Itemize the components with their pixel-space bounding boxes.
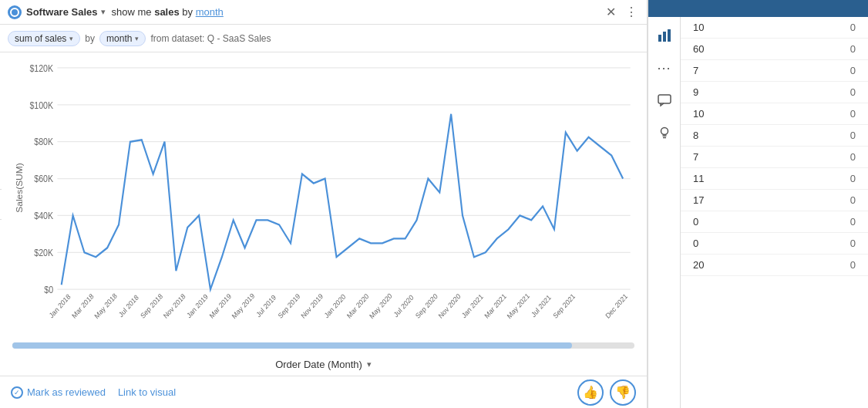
row-right: 0 [850,65,856,76]
svg-text:$120K: $120K [29,63,53,73]
more-button[interactable]: ⋮ [624,3,639,21]
svg-text:$20K: $20K [34,248,53,258]
data-table: 100600709010080701101700000200 [681,17,868,408]
svg-text:Jan 2018: Jan 2018 [48,292,72,319]
svg-text:$60K: $60K [34,174,53,184]
svg-text:Jul 2020: Jul 2020 [392,293,415,319]
table-row: 70 [681,60,868,82]
thumbup-icon: 👍 [583,385,598,400]
x-axis-label-bar: Order Date (Month) ▾ [0,352,647,376]
table-row: 110 [681,168,868,190]
svg-text:Jan 2021: Jan 2021 [460,292,484,319]
line-chart: $120K $100K $80K $60K $40K $20K $0 Jan 2… [12,59,634,336]
row-right: 0 [850,43,856,55]
right-panel-body: ··· 100600709010080701101700000200 [648,17,868,408]
svg-text:Sales(SUM): Sales(SUM) [15,163,23,213]
svg-text:Jul 2018: Jul 2018 [117,293,140,319]
bulb-icon [658,126,671,140]
more-dots-icon: ··· [657,60,671,76]
row-left: 10 [693,108,704,120]
svg-text:$80K: $80K [34,137,53,147]
right-panel: ··· 100600709010080701101700000200 [648,0,868,408]
thumbdown-icon: 👎 [615,385,631,400]
dataset-label: from dataset: Q - SaaS Sales [150,33,271,44]
row-right: 0 [850,108,856,120]
bar-chart-icon-btn[interactable] [652,23,677,48]
svg-text:Nov 2019: Nov 2019 [300,292,325,320]
query-prefix: show me [112,6,152,18]
row-right: 0 [850,22,856,33]
filter-bar: sum of sales ▾ by month ▾ from dataset: … [0,25,647,52]
svg-text:Sep 2021: Sep 2021 [552,292,577,320]
x-axis-arrow[interactable]: ▾ [367,359,372,369]
close-button[interactable]: ✕ [604,3,617,21]
row-right: 0 [850,130,856,141]
svg-text:May 2018: May 2018 [93,292,119,320]
table-row: 00 [681,233,868,255]
svg-rect-39 [658,35,661,42]
table-row: 80 [681,125,868,147]
right-panel-icons: ··· [648,17,681,408]
comment-icon-btn[interactable] [652,88,677,113]
reviewed-label: Mark as reviewed [27,386,106,398]
link-visual-button[interactable]: Link to visual [118,386,176,398]
app-name: Software Sales [26,6,98,18]
svg-text:Jan 2019: Jan 2019 [185,292,209,319]
row-left: 20 [693,259,704,271]
row-left: 0 [693,216,698,228]
app-caret: ▾ [101,7,106,17]
mark-reviewed-button[interactable]: Mark as reviewed [11,386,106,399]
group-label: month [106,33,132,44]
row-left: 0 [693,238,698,249]
scrollbar-thumb[interactable] [12,342,572,349]
table-row: 600 [681,39,868,60]
svg-text:Sep 2018: Sep 2018 [139,292,163,320]
metric-arrow: ▾ [69,35,73,42]
table-row: 90 [681,82,868,103]
svg-text:May 2019: May 2019 [230,292,256,320]
group-pill[interactable]: month ▾ [99,31,146,46]
thumbup-button[interactable]: 👍 [577,379,604,406]
svg-text:Mar 2021: Mar 2021 [483,292,508,320]
svg-text:$0: $0 [44,285,53,295]
table-row: 170 [681,190,868,211]
more-dots-icon-btn[interactable]: ··· [652,56,677,80]
row-left: 17 [693,194,704,206]
svg-text:Nov 2018: Nov 2018 [162,292,187,320]
right-panel-header [648,0,868,17]
footer-bar: Mark as reviewed Link to visual 👍 👎 [0,376,647,408]
row-right: 0 [850,173,856,184]
query-bold: sales [154,6,180,18]
row-right: 0 [850,216,856,228]
svg-text:Sep 2019: Sep 2019 [277,292,301,320]
row-right: 0 [850,151,856,163]
svg-rect-40 [663,32,666,42]
table-row: 100 [681,17,868,39]
row-left: 10 [693,22,704,33]
scrollbar-track[interactable] [12,342,634,349]
svg-text:May 2020: May 2020 [368,292,393,320]
thumbdown-button[interactable]: 👎 [610,379,636,406]
footer-right: 👍 👎 [577,379,636,406]
table-row: 00 [681,211,868,233]
chart-container: $120K $100K $80K $60K $40K $20K $0 Jan 2… [12,59,634,336]
metric-label: sum of sales [15,33,66,44]
header-query: show me sales by month [112,6,224,18]
comment-icon [658,93,671,107]
row-left: 7 [693,65,698,76]
row-left: 7 [693,151,698,163]
row-left: 60 [693,43,704,55]
metric-pill[interactable]: sum of sales ▾ [8,31,80,46]
svg-text:Jul 2021: Jul 2021 [530,293,552,319]
svg-text:$100K: $100K [29,100,53,110]
query-highlight: month [196,6,224,18]
header-bar: Software Sales ▾ show me sales by month … [0,0,647,25]
scrollbar-area[interactable] [12,339,634,352]
svg-text:May 2021: May 2021 [506,292,531,320]
row-left: 8 [693,130,698,141]
svg-rect-41 [668,29,671,42]
bulb-icon-btn[interactable] [652,120,677,145]
x-axis-label: Order Date (Month) [275,359,362,370]
search-icon [8,5,22,19]
row-right: 0 [850,259,856,271]
